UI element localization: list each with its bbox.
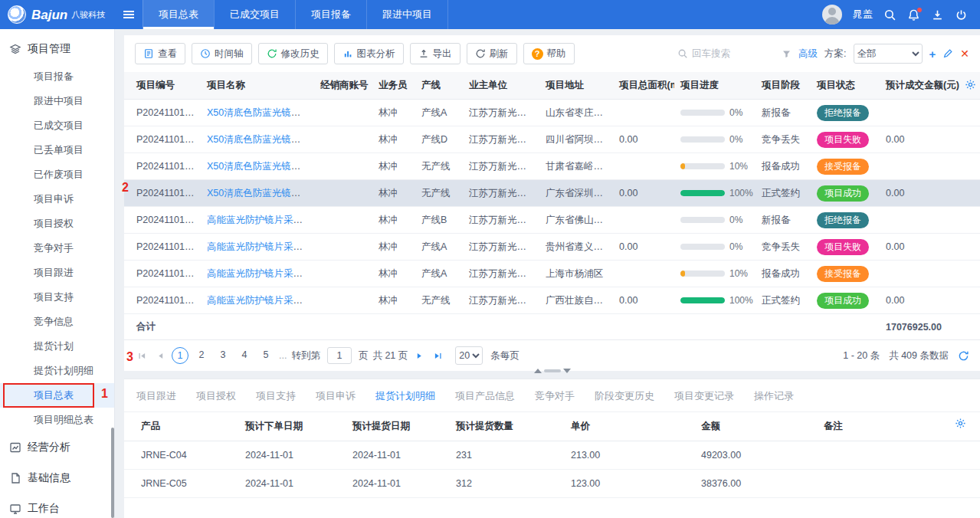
col-total-area[interactable]: 项目总面积(m²) xyxy=(613,72,674,100)
sidebar-item-competition-info[interactable]: 竞争信息 xyxy=(0,310,114,334)
page-number[interactable]: 3 xyxy=(215,347,231,364)
detail-tab-project-change-log[interactable]: 项目变更记录 xyxy=(674,389,734,403)
table-row[interactable]: P202411010024 X50清底色防蓝光镜片... 林冲 产线D 江苏万新… xyxy=(124,126,980,153)
detail-tab-project-support[interactable]: 项目支持 xyxy=(256,389,296,403)
sidebar-item-lost-projects[interactable]: 已丢单项目 xyxy=(0,138,114,162)
sidebar-scrollbar[interactable] xyxy=(111,428,114,518)
top-tab-closed-projects[interactable]: 已成交项目 xyxy=(214,0,295,29)
sidebar-item-project-filing[interactable]: 项目报备 xyxy=(0,64,114,89)
help-button[interactable]: 帮助 xyxy=(523,43,575,64)
col-product[interactable]: 产品 xyxy=(124,412,239,441)
page-number[interactable]: 4 xyxy=(236,347,253,364)
detail-column-settings-gear-icon[interactable] xyxy=(955,418,966,429)
power-icon[interactable] xyxy=(955,8,968,21)
project-name-link[interactable]: 高能蓝光防护镜片采购... xyxy=(207,241,310,252)
export-button[interactable]: 导出 xyxy=(410,43,461,64)
next-page-button[interactable] xyxy=(412,347,426,364)
table-row[interactable]: P202411010021 高能蓝光防护镜片采购... 林冲 产线B 江苏万新光… xyxy=(124,207,980,234)
col-unit-price[interactable]: 单价 xyxy=(565,412,695,441)
project-name-link[interactable]: X50清底色防蓝光镜片... xyxy=(207,161,309,172)
sidebar-section-business-analysis[interactable]: 经营分析 xyxy=(0,432,114,463)
sidebar-item-project-summary[interactable]: 项目总表 1 xyxy=(0,383,114,408)
col-expected-order-date[interactable]: 预计下单日期 xyxy=(239,412,346,441)
col-project-name[interactable]: 项目名称 xyxy=(201,72,314,100)
sidebar-section-workbench[interactable]: 工作台 xyxy=(0,493,114,518)
table-row[interactable]: P202411010023 X50清底色防蓝光镜片... 林冲 无产线 江苏万新… xyxy=(124,153,980,180)
project-name-link[interactable]: X50清底色防蓝光镜片... xyxy=(207,188,309,198)
detail-tab-product-info[interactable]: 项目产品信息 xyxy=(455,389,515,403)
sidebar-item-closed-projects[interactable]: 已成交项目 xyxy=(0,113,114,138)
filter-funnel-icon[interactable] xyxy=(782,49,792,59)
sidebar-item-project-authorization[interactable]: 项目授权 xyxy=(0,211,114,236)
timeline-button[interactable]: 时间轴 xyxy=(192,43,252,64)
table-row[interactable]: P202411010018 高能蓝光防护镜片采购... 林冲 无产线 江苏万新光… xyxy=(124,287,980,314)
notification-bell[interactable] xyxy=(907,8,920,21)
col-product-line[interactable]: 产线 xyxy=(415,72,463,100)
project-name-link[interactable]: 高能蓝光防护镜片采购... xyxy=(207,215,310,225)
advanced-search-link[interactable]: 高级 xyxy=(798,48,818,61)
refresh-icon[interactable] xyxy=(958,350,969,362)
refresh-button[interactable]: 刷新 xyxy=(467,43,517,64)
menu-toggle-button[interactable] xyxy=(115,0,143,29)
detail-tab-project-follow-up[interactable]: 项目跟进 xyxy=(136,389,176,403)
first-page-button[interactable] xyxy=(135,347,149,364)
scheme-select[interactable]: 全部 xyxy=(854,44,923,64)
sidebar-item-delivery-plan[interactable]: 提货计划 xyxy=(0,334,114,359)
col-salesman[interactable]: 业务员 xyxy=(372,72,415,100)
detail-row[interactable]: JRNE-C05 2024-11-01 2024-11-01 312 123.0… xyxy=(124,470,980,498)
top-tab-project-filing[interactable]: 项目报备 xyxy=(295,0,366,29)
col-amount[interactable]: 金额 xyxy=(695,412,818,441)
detail-tab-project-appeal[interactable]: 项目申诉 xyxy=(316,389,356,403)
download-icon[interactable] xyxy=(931,8,944,21)
col-expected-delivery-date[interactable]: 预计提货日期 xyxy=(346,412,450,441)
top-tab-following-projects[interactable]: 跟进中项目 xyxy=(366,0,448,29)
delete-scheme-button[interactable]: ✕ xyxy=(960,48,969,60)
edit-scheme-icon[interactable] xyxy=(942,48,953,59)
detail-tab-competitors[interactable]: 竞争对手 xyxy=(535,389,575,403)
col-dealer-account[interactable]: 经销商账号 xyxy=(314,72,372,100)
chart-analysis-button[interactable]: 图表分析 xyxy=(334,43,404,64)
project-name-link[interactable]: 高能蓝光防护镜片采购... xyxy=(207,268,310,279)
detail-tab-delivery-plan-detail[interactable]: 提货计划明细 xyxy=(375,389,435,403)
project-name-link[interactable]: X50清底色防蓝光镜片... xyxy=(207,134,309,145)
detail-tab-operation-log[interactable]: 操作记录 xyxy=(754,389,794,403)
col-expected-amount[interactable]: 预计成交金额(元) xyxy=(880,72,959,100)
sidebar-item-following-projects[interactable]: 跟进中项目 xyxy=(0,89,114,113)
search-input[interactable] xyxy=(692,48,775,59)
col-status[interactable]: 项目状态 xyxy=(811,72,880,100)
table-row[interactable]: P202411010020 高能蓝光防护镜片采购... 林冲 产线A 江苏万新光… xyxy=(124,234,980,261)
top-tab-project-summary[interactable]: 项目总表 xyxy=(143,0,214,29)
table-row[interactable]: P202411010025 X50清底色防蓝光镜片... 林冲 产线A 江苏万新… xyxy=(124,100,980,126)
sidebar-item-delivery-plan-detail[interactable]: 提货计划明细 xyxy=(0,359,114,383)
goto-page-input[interactable] xyxy=(327,347,352,364)
page-size-select[interactable]: 20 xyxy=(455,346,483,365)
sidebar-item-voided-projects[interactable]: 已作废项目 xyxy=(0,162,114,187)
sidebar-section-basic-info[interactable]: 基础信息 xyxy=(0,463,114,493)
col-project-id[interactable]: 项目编号 xyxy=(124,72,201,100)
detail-tab-project-authorization[interactable]: 项目授权 xyxy=(196,389,236,403)
last-page-button[interactable] xyxy=(431,347,444,364)
table-row-selected[interactable]: P202411010022 X50清底色防蓝光镜片... 林冲 无产线 江苏万新… xyxy=(124,180,980,207)
view-button[interactable]: 查看 xyxy=(135,43,185,64)
column-settings-gear-icon[interactable] xyxy=(965,79,976,90)
col-expected-qty[interactable]: 预计提货数量 xyxy=(450,412,565,441)
table-row[interactable]: P202411010019 高能蓝光防护镜片采购... 林冲 产线A 江苏万新光… xyxy=(124,261,980,287)
sidebar-item-project-detail-summary[interactable]: 项目明细总表 xyxy=(0,408,114,432)
sidebar-item-project-support[interactable]: 项目支持 xyxy=(0,285,114,310)
col-address[interactable]: 项目地址 xyxy=(539,72,613,100)
page-number-current[interactable]: 1 xyxy=(172,347,188,364)
sidebar-item-project-appeal[interactable]: 项目申诉 xyxy=(0,187,114,211)
prev-page-button[interactable] xyxy=(153,347,167,364)
detail-tab-stage-change-history[interactable]: 阶段变更历史 xyxy=(595,389,654,403)
page-number[interactable]: 2 xyxy=(193,347,210,364)
col-owner-unit[interactable]: 业主单位 xyxy=(463,72,539,100)
sidebar-item-competitors[interactable]: 竞争对手 xyxy=(0,236,114,261)
add-scheme-button[interactable]: + xyxy=(929,48,936,60)
project-name-link[interactable]: X50清底色防蓝光镜片... xyxy=(207,107,309,118)
sidebar-item-project-follow-up[interactable]: 项目跟进 xyxy=(0,261,114,285)
col-stage[interactable]: 项目阶段 xyxy=(755,72,811,100)
detail-row[interactable]: JRNE-C04 2024-11-01 2024-11-01 231 213.0… xyxy=(124,441,980,470)
edit-history-button[interactable]: 修改历史 xyxy=(258,43,328,64)
panel-splitter[interactable] xyxy=(534,369,571,373)
avatar[interactable] xyxy=(822,5,842,25)
